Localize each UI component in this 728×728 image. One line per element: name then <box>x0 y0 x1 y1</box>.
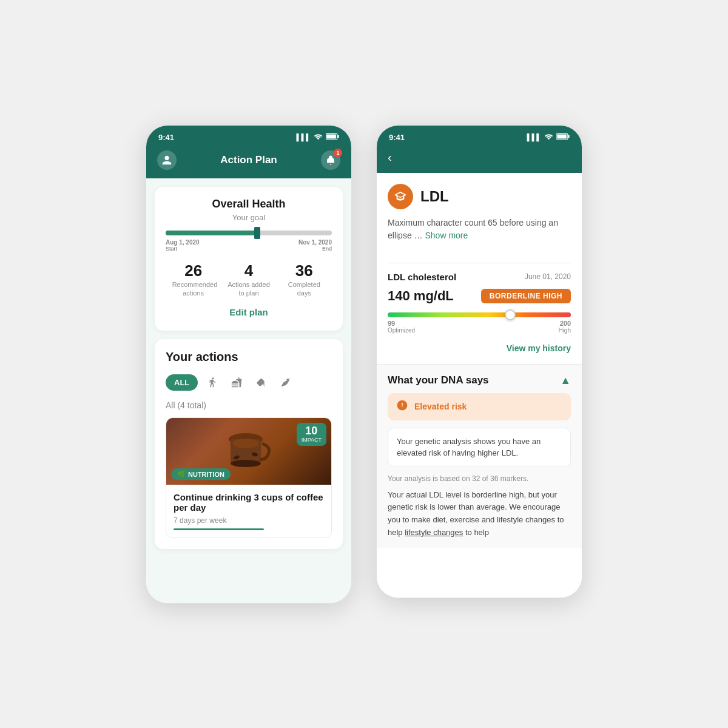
action-card-frequency: 7 days per week <box>174 516 324 525</box>
slider-thumb <box>505 309 516 320</box>
show-more-link[interactable]: Show more <box>425 231 468 240</box>
ldl-header: LDL <box>388 184 571 209</box>
progress-bar-fill <box>166 231 257 235</box>
battery-icon-2 <box>556 133 570 141</box>
progress-marker <box>254 227 260 239</box>
back-header: ‹ <box>377 147 582 173</box>
status-icons-2: ▌▌▌ <box>527 133 570 141</box>
slider-labels: 99 Optimized 200 High <box>388 320 571 334</box>
recommended-label: Recommended actions <box>172 280 215 298</box>
slider-min-label: 99 Optimized <box>388 320 415 334</box>
actions-section: Your actions ALL <box>155 339 343 549</box>
phone-body-1: Overall Health Your goal Aug 1, 2020 Sta… <box>146 178 351 603</box>
stats-row: 26 Recommended actions 4 Actions added t… <box>166 261 332 298</box>
cholesterol-section: LDL cholesterol June 01, 2020 140 mg/dL … <box>377 263 582 364</box>
avatar-button[interactable] <box>157 150 177 170</box>
action-card-body: Continue drinking 3 cups of coffee per d… <box>166 485 331 538</box>
cholesterol-date: June 01, 2020 <box>525 272 571 281</box>
analysis-note: Your analysis is based on 32 of 36 marke… <box>377 474 582 489</box>
dna-header: What your DNA says ▲ <box>377 365 582 393</box>
ldl-title: LDL <box>420 188 449 205</box>
action-card-title: Continue drinking 3 cups of coffee per d… <box>174 492 324 513</box>
battery-icon-1 <box>326 133 339 141</box>
notification-button[interactable]: 1 <box>321 150 340 170</box>
cholesterol-value: 140 mg/dL <box>388 288 454 304</box>
slider-max-label: 200 High <box>558 320 571 334</box>
cholesterol-value-row: 140 mg/dL BORDERLINE HIGH <box>388 288 571 304</box>
action-card-image: 10 IMPACT 🌿 NUTRITION <box>166 418 331 485</box>
notification-badge: 1 <box>334 149 342 157</box>
actions-title: Your actions <box>166 350 332 364</box>
phone-body-2: LDL Maximum character count 65 before us… <box>377 173 582 598</box>
filter-all[interactable]: ALL <box>166 374 198 391</box>
filter-pill-icon[interactable] <box>251 372 271 392</box>
progress-container <box>166 231 332 235</box>
svg-point-5 <box>231 460 261 467</box>
start-date: Aug 1, 2020 Start <box>166 239 200 252</box>
actions-added-number: 4 <box>228 261 270 280</box>
phone-ldl-detail: 9:41 ▌▌▌ ‹ <box>376 125 582 598</box>
nutrition-leaf-icon: 🌿 <box>177 470 186 478</box>
phones-container: 9:41 ▌▌▌ <box>121 76 607 652</box>
recommended-actions-stat: 26 Recommended actions <box>172 261 215 298</box>
app-header-1: Action Plan 1 <box>146 147 351 178</box>
all-total-label: All (4 total) <box>166 400 332 410</box>
svg-point-6 <box>232 439 259 448</box>
dna-body-text: Your actual LDL level is borderline high… <box>377 489 582 548</box>
genetic-analysis-card: Your genetic analysis shows you have an … <box>388 428 571 467</box>
completed-days-stat: 36 Completed days <box>283 261 325 298</box>
svg-rect-10 <box>568 135 569 138</box>
filter-leaf-icon[interactable] <box>275 372 295 392</box>
health-card-subtitle: Your goal <box>166 213 332 222</box>
dna-collapse-button[interactable]: ▲ <box>560 374 571 387</box>
lifestyle-changes-link[interactable]: lifestyle changes <box>405 528 463 537</box>
action-card-coffee[interactable]: 10 IMPACT 🌿 NUTRITION Continue drinking … <box>166 417 332 538</box>
svg-rect-1 <box>337 135 339 138</box>
ldl-scale-icon <box>388 184 413 209</box>
filter-tabs: ALL <box>166 372 332 392</box>
wifi-icon-1 <box>314 133 323 141</box>
end-date: Nov 1, 2020 End <box>298 239 332 252</box>
actions-added-stat: 4 Actions added to plan <box>228 261 270 298</box>
borderline-high-badge: BORDERLINE HIGH <box>481 289 571 303</box>
progress-dates: Aug 1, 2020 Start Nov 1, 2020 End <box>166 239 332 252</box>
genetic-analysis-text: Your genetic analysis shows you have an … <box>397 436 562 459</box>
recommended-number: 26 <box>172 261 215 280</box>
overall-health-card: Overall Health Your goal Aug 1, 2020 Sta… <box>155 187 343 331</box>
view-history-button[interactable]: View my history <box>388 339 571 356</box>
elevated-risk-text: Elevated risk <box>414 402 467 411</box>
impact-badge: 10 IMPACT <box>297 423 326 446</box>
ldl-slider: 99 Optimized 200 High <box>388 312 571 334</box>
wifi-icon-2 <box>544 133 553 141</box>
svg-rect-11 <box>557 134 567 138</box>
completed-days-number: 36 <box>283 261 325 280</box>
signal-icon-1: ▌▌▌ <box>297 133 311 141</box>
dna-risk-icon <box>396 399 408 414</box>
cholesterol-label: LDL cholesterol <box>388 272 456 282</box>
health-card-title: Overall Health <box>166 198 332 211</box>
svg-rect-2 <box>326 134 336 138</box>
slider-track <box>388 312 571 317</box>
nutrition-tag: 🌿 NUTRITION <box>171 468 231 480</box>
signal-icon-2: ▌▌▌ <box>527 133 541 141</box>
progress-bar-bg <box>166 231 332 235</box>
status-icons-1: ▌▌▌ <box>297 133 339 141</box>
phone-action-plan: 9:41 ▌▌▌ <box>146 125 352 604</box>
status-bar-1: 9:41 ▌▌▌ <box>146 126 351 147</box>
status-bar-2: 9:41 ▌▌▌ <box>377 126 582 147</box>
filter-run-icon[interactable] <box>203 372 222 392</box>
completed-days-label: Completed days <box>283 280 325 298</box>
filter-nutrition-icon[interactable] <box>227 372 246 392</box>
time-display-2: 9:41 <box>389 133 405 142</box>
page-title-1: Action Plan <box>220 154 277 166</box>
ldl-description: Maximum character count 65 before using … <box>388 217 571 242</box>
ldl-section: LDL Maximum character count 65 before us… <box>377 173 582 263</box>
dna-title: What your DNA says <box>388 374 489 386</box>
back-button[interactable]: ‹ <box>388 150 392 164</box>
elevated-risk-card: Elevated risk <box>388 393 571 420</box>
cholesterol-header: LDL cholesterol June 01, 2020 <box>388 272 571 282</box>
time-display-1: 9:41 <box>158 133 174 142</box>
edit-plan-button[interactable]: Edit plan <box>166 305 332 320</box>
actions-added-label: Actions added to plan <box>228 280 270 298</box>
frequency-bar <box>174 528 264 530</box>
